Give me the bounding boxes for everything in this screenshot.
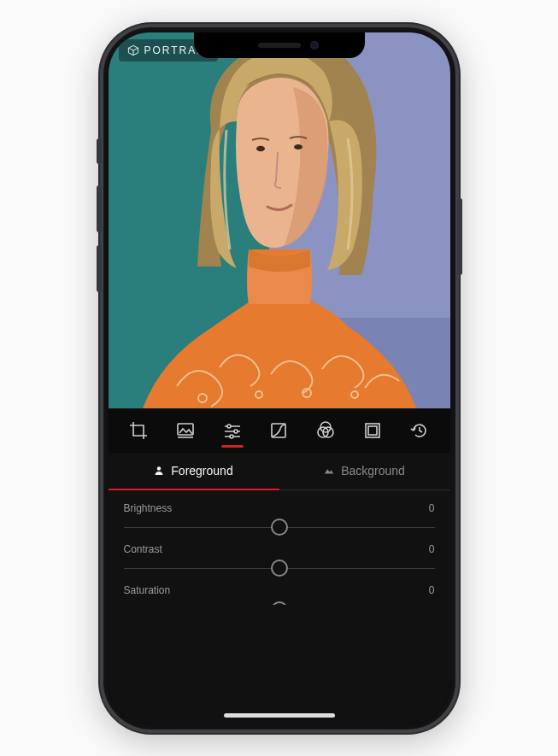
picture-icon: [176, 422, 195, 439]
tool-curves[interactable]: [260, 412, 297, 449]
tool-adjust[interactable]: [214, 412, 251, 449]
svg-point-8: [294, 144, 302, 149]
front-camera: [310, 41, 319, 50]
notch: [194, 32, 365, 58]
tab-background-label: Background: [341, 464, 405, 478]
cube-icon: [127, 44, 139, 56]
slider-contrast-value: 0: [429, 543, 435, 555]
venn-icon: [315, 421, 336, 440]
slider-thumb[interactable]: [271, 601, 288, 605]
mute-switch: [97, 138, 102, 164]
screen: PORTRAIT: [109, 32, 450, 724]
svg-point-15: [230, 435, 233, 438]
slider-saturation-value: 0: [429, 584, 435, 596]
crop-icon: [129, 421, 148, 440]
tab-background[interactable]: Background: [279, 453, 450, 490]
svg-point-14: [234, 430, 238, 433]
slider-saturation-label: Saturation: [124, 584, 171, 596]
slider-saturation[interactable]: Saturation 0: [124, 584, 435, 605]
tool-crop[interactable]: [120, 412, 157, 449]
home-indicator[interactable]: [224, 713, 335, 718]
slider-track[interactable]: [124, 559, 435, 577]
photo-preview[interactable]: PORTRAIT: [109, 32, 450, 408]
slider-brightness-value: 0: [429, 502, 435, 514]
frame-icon: [364, 422, 381, 439]
svg-point-13: [227, 425, 231, 428]
svg-point-22: [157, 466, 161, 470]
slider-track[interactable]: [124, 600, 435, 605]
tab-foreground[interactable]: Foreground: [109, 453, 279, 490]
slider-thumb[interactable]: [271, 519, 288, 536]
layer-tabs: Foreground Background: [109, 453, 450, 490]
sliders-icon: [223, 422, 242, 439]
earpiece: [258, 43, 301, 48]
tab-foreground-label: Foreground: [171, 464, 232, 478]
slider-contrast[interactable]: Contrast 0: [124, 543, 435, 577]
tool-presets[interactable]: [167, 412, 204, 449]
slider-thumb[interactable]: [271, 560, 288, 577]
history-icon: [410, 421, 429, 440]
slider-contrast-label: Contrast: [124, 543, 162, 555]
person-icon: [154, 466, 164, 476]
volume-up-button: [97, 185, 102, 232]
slider-track[interactable]: [124, 518, 435, 536]
slider-brightness-label: Brightness: [124, 502, 173, 514]
phone-frame: PORTRAIT: [100, 24, 459, 733]
portrait-illustration: [109, 32, 450, 408]
svg-point-7: [256, 145, 265, 150]
tool-history[interactable]: [401, 412, 438, 449]
tool-filters[interactable]: [307, 412, 344, 449]
mountains-icon: [324, 466, 334, 476]
slider-brightness[interactable]: Brightness 0: [124, 502, 435, 536]
adjust-sliders: Brightness 0 Contrast 0 Saturation: [109, 490, 450, 724]
power-button: [457, 198, 462, 275]
edit-tool-row: [109, 408, 450, 453]
volume-down-button: [97, 245, 102, 292]
curves-icon: [270, 422, 287, 439]
svg-rect-21: [368, 426, 377, 435]
tool-frame[interactable]: [354, 412, 391, 449]
